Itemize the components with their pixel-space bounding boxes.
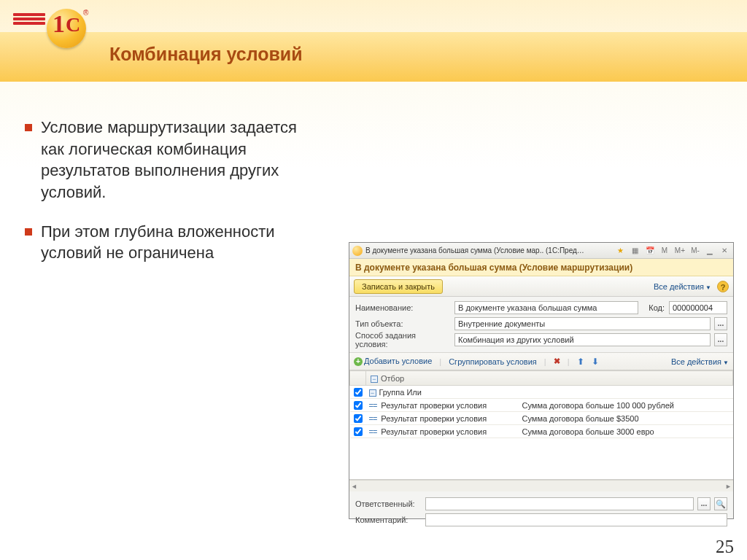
col-filter: −Отбор — [366, 371, 733, 386]
all-actions-link[interactable]: Все действия▼ — [654, 282, 711, 291]
code-label: Код: — [649, 303, 665, 312]
form-fields: Наименование: В документе указана больша… — [349, 297, 733, 353]
type-label: Тип объекта: — [355, 319, 450, 328]
code-input[interactable]: 000000004 — [669, 301, 727, 314]
collapse-icon[interactable]: − — [369, 389, 376, 397]
group-row[interactable]: −Группа Или — [350, 386, 733, 399]
responsible-search-icon[interactable]: 🔍 — [714, 497, 727, 510]
grid-icon[interactable]: ▦ — [630, 245, 641, 257]
row-checkbox[interactable] — [354, 414, 363, 423]
method-label: Способ задания условия: — [355, 331, 450, 349]
comment-input[interactable] — [425, 513, 727, 526]
condition-row[interactable]: ==Результат проверки условия Сумма догов… — [350, 399, 733, 412]
move-up-icon[interactable]: ⬆ — [577, 357, 584, 367]
all-actions-link-2[interactable]: Все действия▼ — [671, 357, 729, 366]
condition-row[interactable]: ==Результат проверки условия Сумма догов… — [350, 412, 733, 425]
method-input[interactable]: Комбинация из других условий — [454, 333, 711, 346]
main-toolbar: Записать и закрыть Все действия▼ ? — [349, 276, 733, 297]
window-title: В документе указана большая сумма (Услов… — [365, 246, 584, 254]
bullet-item: При этом глубина вложенности условий не … — [25, 221, 302, 264]
help-icon[interactable]: ? — [717, 281, 729, 292]
app-icon — [352, 246, 363, 256]
form-heading: В документе указана большая сумма (Услов… — [355, 262, 632, 273]
slide-title: Комбинация условий — [109, 44, 303, 65]
bullet-item: Условие маршрутизации задается как логич… — [25, 117, 302, 203]
name-label: Наименование: — [355, 303, 450, 312]
calc-icon[interactable]: 📅 — [644, 245, 656, 257]
condition-row[interactable]: ==Результат проверки условия Сумма догов… — [350, 425, 733, 438]
titlebar: В документе указана большая сумма (Услов… — [349, 243, 733, 259]
mem-m[interactable]: М — [659, 245, 670, 257]
close-icon[interactable]: ✕ — [719, 245, 730, 257]
delete-icon[interactable]: ✖ — [554, 357, 560, 366]
form-heading-bar: В документе указана большая сумма (Услов… — [349, 259, 733, 276]
responsible-input[interactable] — [425, 497, 694, 510]
minimize-icon[interactable]: ▁ — [704, 245, 716, 257]
conditions-grid: −Отбор −Группа Или ==Результат проверки … — [349, 370, 733, 480]
name-input[interactable]: В документе указана большая сумма — [454, 301, 638, 314]
responsible-picker-button[interactable]: ... — [697, 497, 711, 510]
conditions-toolbar: +Добавить условие | Сгруппировать услови… — [349, 353, 733, 370]
favorite-icon[interactable]: ★ — [615, 245, 627, 257]
footer-form: Ответственный: ... 🔍 Комментарий: — [349, 491, 733, 532]
app-window: В документе указана большая сумма (Услов… — [349, 242, 734, 519]
bullet-list: Условие маршрутизации задается как логич… — [25, 117, 302, 281]
row-checkbox[interactable] — [354, 388, 363, 397]
move-down-icon[interactable]: ⬇ — [592, 357, 599, 367]
mem-mminus[interactable]: М- — [689, 245, 701, 257]
type-picker-button[interactable]: ... — [714, 317, 727, 330]
row-checkbox[interactable] — [354, 401, 363, 410]
save-close-button[interactable]: Записать и закрыть — [354, 279, 443, 294]
row-checkbox[interactable] — [354, 427, 363, 436]
comment-label: Комментарий: — [355, 516, 421, 524]
col-check — [350, 371, 366, 386]
collapse-icon[interactable]: − — [371, 376, 378, 383]
add-condition-button[interactable]: +Добавить условие — [354, 357, 432, 366]
type-input[interactable]: Внутренние документы — [454, 317, 711, 330]
method-picker-button[interactable]: ... — [714, 333, 727, 346]
mem-mplus[interactable]: М+ — [673, 245, 686, 257]
logo-1c: 1C® — [13, 13, 76, 48]
responsible-label: Ответственный: — [355, 499, 421, 508]
page-number: 25 — [716, 537, 734, 557]
h-scrollbar[interactable]: ◄► — [349, 480, 733, 491]
group-conditions-button[interactable]: Сгруппировать условия — [449, 357, 537, 366]
